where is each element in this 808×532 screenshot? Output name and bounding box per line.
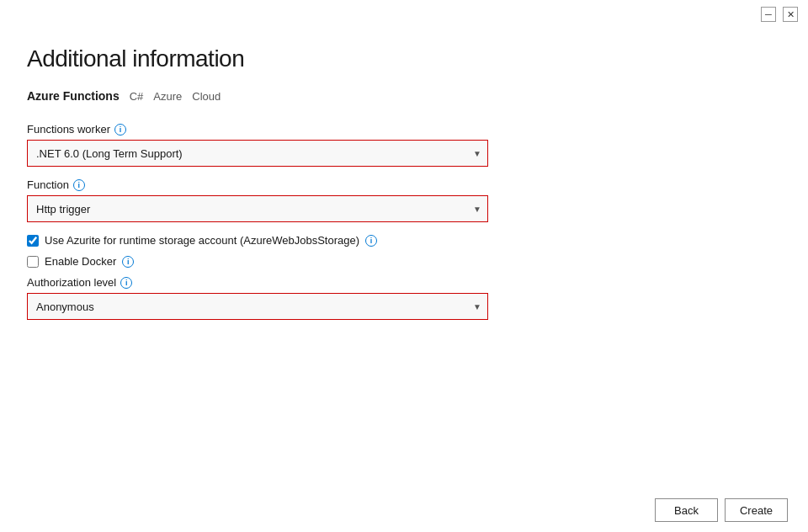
create-button[interactable]: Create (725, 498, 788, 522)
docker-checkbox-row: Enable Docker i (27, 255, 781, 268)
functions-worker-info-icon[interactable]: i (114, 124, 126, 136)
dialog: ─ ✕ Additional information Azure Functio… (0, 0, 808, 532)
authorization-level-info-icon[interactable]: i (120, 277, 132, 289)
functions-worker-select[interactable]: .NET 6.0 (Long Term Support) .NET 7.0 .N… (27, 140, 488, 167)
function-select[interactable]: Http trigger Timer trigger Blob trigger … (27, 195, 488, 222)
azurite-checkbox[interactable] (27, 235, 39, 247)
subtitle-tag-azure: Azure (153, 90, 182, 103)
subtitle-tag-csharp: C# (130, 90, 144, 103)
subtitle-row: Azure Functions C# Azure Cloud (27, 89, 781, 103)
functions-worker-group: Functions worker i .NET 6.0 (Long Term S… (27, 123, 781, 167)
azurite-checkbox-row: Use Azurite for runtime storage account … (27, 234, 781, 247)
functions-worker-label: Functions worker i (27, 123, 781, 136)
form-section: Functions worker i .NET 6.0 (Long Term S… (27, 123, 781, 332)
page-title: Additional information (27, 45, 781, 72)
minimize-button[interactable]: ─ (761, 7, 776, 22)
authorization-level-select[interactable]: Anonymous Function Admin (27, 293, 488, 320)
close-button[interactable]: ✕ (783, 7, 798, 22)
subtitle-tag-cloud: Cloud (192, 90, 221, 103)
authorization-level-label: Authorization level i (27, 276, 781, 289)
function-select-wrapper: Http trigger Timer trigger Blob trigger … (27, 195, 488, 222)
function-group: Function i Http trigger Timer trigger Bl… (27, 178, 781, 222)
content-area: Additional information Azure Functions C… (0, 29, 808, 532)
docker-label: Enable Docker (45, 255, 116, 268)
authorization-level-select-wrapper: Anonymous Function Admin ▼ (27, 293, 488, 320)
subtitle-main: Azure Functions (27, 89, 120, 103)
function-info-icon[interactable]: i (73, 179, 85, 191)
azurite-info-icon[interactable]: i (365, 235, 377, 247)
footer: Back Create (635, 488, 808, 532)
back-button[interactable]: Back (655, 498, 718, 522)
functions-worker-select-wrapper: .NET 6.0 (Long Term Support) .NET 7.0 .N… (27, 140, 488, 167)
authorization-level-group: Authorization level i Anonymous Function… (27, 276, 781, 320)
title-bar: ─ ✕ (0, 0, 808, 29)
function-label: Function i (27, 178, 781, 191)
docker-checkbox[interactable] (27, 256, 39, 268)
azurite-label: Use Azurite for runtime storage account … (45, 234, 359, 247)
docker-info-icon[interactable]: i (122, 256, 134, 268)
